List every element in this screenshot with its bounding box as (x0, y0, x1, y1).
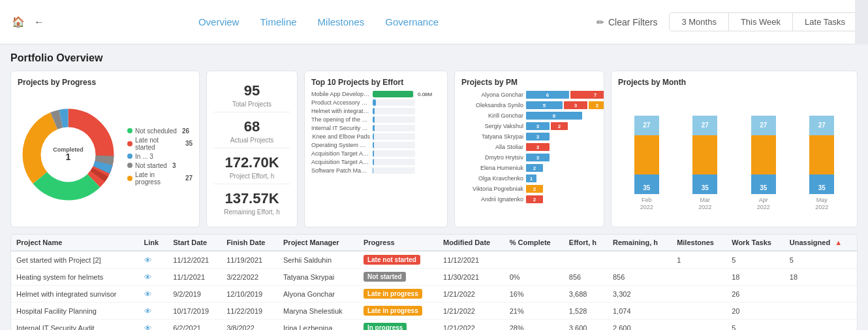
top10-bar-row: Mobile App Development 0.08M (311, 91, 441, 97)
pm-row: Andrii Ignatenko 2 (461, 195, 597, 203)
month-column: 27 35 Apr2022 (751, 116, 776, 212)
link-icon[interactable]: 👁 (144, 324, 151, 331)
month-seg-blue: 35 (751, 174, 776, 194)
table-col-header[interactable]: Start Date (168, 235, 221, 251)
project-link[interactable]: 👁 (139, 286, 168, 303)
pm-row: Oleksandra Synilo 532 (461, 101, 597, 109)
bar-outer (373, 159, 415, 165)
remaining: 2,600 (608, 320, 672, 331)
work-tasks: 18 (726, 269, 784, 286)
month-column: 27 35 May2022 (809, 116, 834, 212)
table-col-header[interactable]: Project Name (11, 235, 139, 251)
donut-chart: Completed 1 (18, 104, 122, 208)
filter-tab-3months[interactable]: 3 Months (670, 13, 728, 31)
table-col-header[interactable]: Remaining, h (608, 235, 672, 251)
bar-outer (373, 167, 415, 174)
actual-projects-stat: 68 Actual Projects (213, 114, 290, 148)
table-col-header[interactable]: Work Tasks (726, 235, 784, 251)
pm-row: Alla Stoliar 3 (461, 143, 597, 151)
month-label: Feb2022 (640, 197, 653, 212)
pm-bar-segment: 3 (526, 154, 550, 161)
pm-bar-segment: 2 (526, 164, 543, 172)
pm-bars: 3 (526, 143, 550, 151)
nav-timeline[interactable]: Timeline (260, 14, 296, 30)
month-seg-orange (809, 135, 834, 174)
back-icon[interactable]: ← (31, 14, 47, 30)
remaining-effort-label: Remaining Effort, h (213, 208, 290, 216)
link-icon[interactable]: 👁 (144, 290, 151, 298)
nav-icon-group: 🏠 ← (10, 14, 47, 30)
unassigned (784, 286, 857, 303)
top10-bar-row: Product Accessory Design (311, 99, 441, 106)
filter-tab-latetasks[interactable]: Late Tasks (793, 13, 857, 31)
status-badge: Late in progress (364, 289, 422, 299)
bar-label: Acquisition Target Analy... (311, 159, 370, 165)
project-link[interactable]: 👁 (139, 303, 168, 320)
month-seg-blue: 35 (634, 174, 659, 194)
project-manager: Alyona Gonchar (278, 286, 358, 303)
nav-governance[interactable]: Governance (385, 14, 439, 30)
pm-bars: 3 (526, 133, 550, 140)
effort: 3,688 (564, 286, 608, 303)
month-bar-stack: 27 35 (809, 116, 834, 194)
project-link[interactable]: 👁 (139, 251, 168, 269)
project-link[interactable]: 👁 (139, 320, 168, 331)
top10-bar-row: Software Patch Manage... (311, 167, 441, 174)
project-link[interactable]: 👁 (139, 269, 168, 286)
filter-tab-thisweek[interactable]: This Week (729, 13, 793, 31)
month-bot-num: 35 (818, 184, 826, 191)
pm-bar-segment: 5 (526, 101, 563, 109)
unassigned (784, 303, 857, 320)
month-bot-num: 35 (643, 184, 650, 191)
pm-bars: 2 (526, 164, 543, 172)
table-row: Internal IT Security Audit 👁 6/2/2021 3/… (11, 320, 857, 331)
table-col-header[interactable]: Milestones (672, 235, 726, 251)
top10-bar-row: Internal IT Security Audit (311, 125, 441, 131)
effort: 856 (564, 269, 608, 286)
pm-card: Projects by PM Alyona Gonchar 674 Oleksa… (454, 71, 604, 227)
nav-milestones[interactable]: Milestones (318, 14, 365, 30)
bar-inner (373, 91, 413, 97)
top10-bar-row: Acquisition Target Analy... (311, 150, 441, 157)
table-col-header[interactable]: Progress (358, 235, 438, 251)
table-col-header[interactable]: Project Manager (278, 235, 358, 251)
month-card: Projects by Month 27 35 Feb2022 27 35 Ma… (611, 71, 858, 227)
pm-row: Kirill Gonchar 8 (461, 112, 597, 120)
table-col-header[interactable]: Link (139, 235, 168, 251)
nav-links: Overview Timeline Milestones Governance (60, 14, 577, 30)
table-col-header[interactable]: Finish Date (221, 235, 278, 251)
pm-name: Alla Stoliar (461, 144, 523, 150)
pm-bar-segment: 6 (526, 91, 569, 99)
month-bars: 27 35 Feb2022 27 35 Mar2022 27 35 (618, 91, 850, 212)
clear-filters-button[interactable]: ✏ Clear Filters (590, 13, 664, 31)
table-row: Hospital Facility Planning 👁 10/17/2019 … (11, 303, 857, 320)
pm-title: Projects by PM (461, 78, 597, 87)
table-col-header[interactable]: % Complete (504, 235, 564, 251)
pm-name: Sergiy Vakshul (461, 123, 523, 129)
top10-bar-row: Operating System Upgra... (311, 142, 441, 148)
remaining-effort-value: 137.57K (213, 190, 290, 207)
pm-bar-segment: 8 (526, 112, 582, 120)
status-badge: Late in progress (364, 306, 422, 316)
pm-bars: 32 (526, 122, 568, 130)
project-status: Late in progress (358, 303, 438, 320)
table-row: Helmet with integrated sunvisor 👁 9/2/20… (11, 286, 857, 303)
bar-inner (373, 125, 375, 131)
link-icon[interactable]: 👁 (144, 273, 151, 281)
modified-date: 11/30/2021 (438, 269, 504, 286)
project-effort-value: 172.70K (213, 154, 290, 171)
home-icon[interactable]: 🏠 (10, 14, 26, 30)
table-col-header[interactable]: Modified Date (438, 235, 504, 251)
main-content: Portfolio Overview Projects by Progress (0, 44, 868, 330)
table-col-header[interactable]: Effort, h (564, 235, 608, 251)
finish-date: 11/22/2019 (221, 303, 278, 320)
bar-outer (373, 150, 415, 157)
link-icon[interactable]: 👁 (144, 256, 151, 264)
nav-overview[interactable]: Overview (198, 14, 240, 30)
month-seg-teal: 27 (809, 116, 834, 135)
table-col-header[interactable]: Unassigned ▲ (784, 235, 857, 251)
month-bot-num: 35 (702, 184, 709, 191)
pm-name: Oleksandra Synilo (461, 102, 523, 108)
link-icon[interactable]: 👁 (144, 307, 151, 315)
project-manager: Irina Lezhenina (278, 320, 358, 331)
